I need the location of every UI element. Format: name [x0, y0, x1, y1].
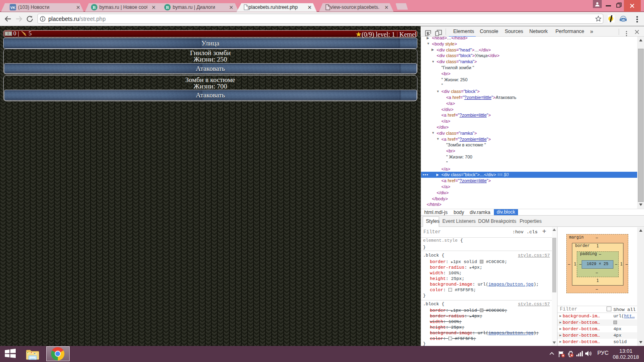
svg-text:vk: vk: [622, 19, 625, 21]
svg-text:VK: VK: [10, 6, 16, 10]
svg-text:B: B: [166, 5, 169, 10]
svg-text:B: B: [93, 5, 96, 10]
